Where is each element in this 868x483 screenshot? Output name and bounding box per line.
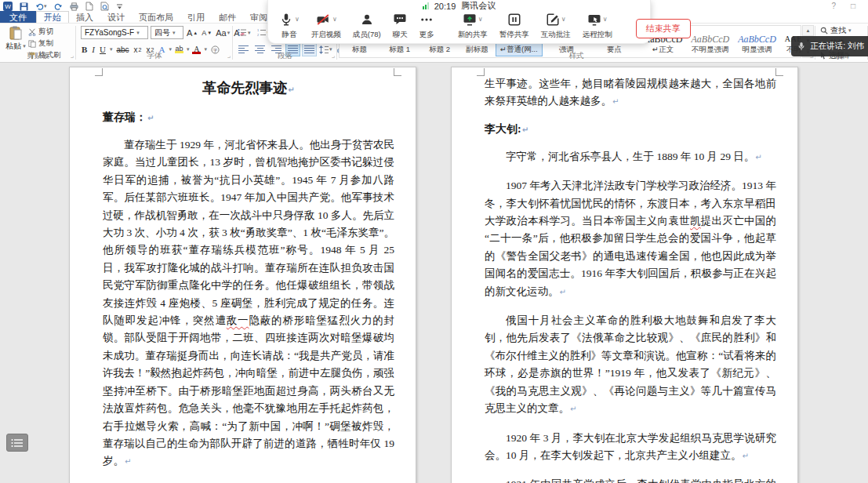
page-2-content[interactable]: 生平事迹。这些年，她目睹着陵园规模越来越大，全国各地前来祭拜英雄的人越来越多。↵… — [485, 75, 776, 483]
copy-button[interactable]: 复制 — [28, 38, 61, 49]
pause-share-button[interactable]: 暂停共享 — [499, 13, 529, 40]
font-group-label: 字体 — [76, 51, 233, 61]
copy-label: 复制 — [38, 38, 53, 49]
word-logo[interactable]: W — [3, 2, 13, 11]
chevron-down-icon[interactable]: ∨ — [332, 16, 337, 23]
meeting-button-label: 开启视频 — [311, 30, 341, 40]
document-area[interactable]: 革命先烈事迹↵董存瑞：↵董存瑞生于 1929 年，河北省怀来县人。他出身于贫苦农… — [0, 61, 868, 483]
tab-layout[interactable]: 页面布局 — [132, 11, 180, 23]
meeting-time: 20:19 — [434, 2, 456, 11]
find-button[interactable]: 查找▾ — [820, 25, 852, 36]
new-share-icon — [463, 13, 477, 30]
members-button[interactable]: 成员(78) — [353, 13, 381, 40]
members-icon — [360, 13, 374, 30]
section-heading: 董存瑞：↵ — [103, 111, 394, 125]
tab-references[interactable]: 引用 — [180, 11, 212, 23]
meeting-button-label: 暂停共享 — [499, 30, 529, 40]
meeting-button-label: 成员(78) — [353, 30, 381, 40]
signal-icon — [423, 2, 429, 9]
font-group: FZYaSongS-F▾ 四号▾ A▲ A▼ Aa▾ A B I U▾ abc … — [76, 24, 233, 62]
tab-insert[interactable]: 插入 — [69, 11, 100, 23]
change-case-button[interactable]: Aa▾ — [215, 28, 231, 38]
font-size-combo[interactable]: 四号▾ — [151, 26, 183, 39]
cut-button[interactable]: 剪切 — [28, 27, 61, 37]
styles-scroll-up-icon[interactable]: ▲ — [803, 26, 813, 36]
font-dialog-launcher[interactable]: ⌐ — [227, 55, 231, 60]
chat-button[interactable]: 聊天 — [393, 13, 408, 40]
clipboard-icon — [9, 26, 22, 40]
document-title: 革命先烈事迹↵ — [103, 78, 394, 100]
section-heading: 李大钊:↵ — [485, 122, 776, 137]
shrink-font-button[interactable]: A▼ — [201, 29, 212, 37]
redo-icon[interactable] — [54, 2, 63, 11]
window-controls[interactable]: ? □ — [832, 2, 862, 10]
font-name-combo[interactable]: FZYaSongS-F▾ — [81, 26, 148, 39]
svg-text:1: 1 — [257, 28, 260, 32]
font-size-value: 四号 — [154, 27, 170, 38]
paragraph: 俄国十月社会主义革命的胜利极大地鼓舞和启发了李大钊，他先后发表了《法俄革命之比较… — [485, 312, 776, 418]
page-1-content[interactable]: 革命先烈事迹↵董存瑞：↵董存瑞生于 1929 年，河北省怀来县人。他出身于贫苦农… — [103, 78, 394, 483]
paragraph-mark: ↵ — [560, 288, 566, 296]
paragraph-mark: ↵ — [125, 457, 131, 466]
microphone-icon — [797, 42, 805, 52]
quick-access-toolbar: W▾ — [3, 1, 123, 12]
meeting-button-label: 更多 — [419, 30, 434, 40]
speaking-indicator-label: 正在讲话: 刘伟 — [810, 41, 864, 52]
qat-customize-icon[interactable] — [116, 2, 123, 11]
chevron-down-icon[interactable]: ∨ — [295, 16, 300, 23]
clipboard-dialog-launcher[interactable]: ⌐ — [71, 55, 74, 60]
more-button[interactable]: 更多 — [419, 13, 434, 40]
meeting-button-label: 新的共享 — [458, 30, 488, 40]
chevron-down-icon[interactable]: ∨ — [561, 16, 566, 23]
copy-icon — [28, 40, 36, 48]
chevron-down-icon[interactable]: ∨ — [478, 16, 483, 23]
text-run: 董存瑞生于 1929 年，河北省怀来县人。他出身于贫苦农民家庭。当过儿童团长，1… — [103, 139, 394, 326]
tab-mailings[interactable]: 邮件 — [212, 11, 243, 23]
print-icon[interactable] — [70, 2, 78, 11]
chevron-down-icon[interactable]: ∨ — [603, 16, 608, 23]
clipboard-group-label: 剪贴板 — [0, 51, 76, 61]
text-run: 提出灭亡中国的“二十一条”后，他积极参加留日学生总会的爱国斗争，他起草的《警告全… — [485, 215, 776, 297]
paragraph: 生平事迹。这些年，她目睹着陵园规模越来越大，全国各地前来祭拜英雄的人越来越多。↵ — [485, 75, 776, 111]
paste-label: 粘贴 — [5, 41, 21, 52]
chat-icon — [393, 13, 407, 30]
bullets-button[interactable]: ▾ — [237, 28, 252, 37]
chevron-down-icon: ▾ — [23, 43, 26, 49]
page-1[interactable]: 革命先烈事迹↵董存瑞：↵董存瑞生于 1929 年，河北省怀来县人。他出身于贫苦农… — [69, 67, 416, 483]
text-run: 隐蔽的桥形暗堡猛烈火力的封锁。部队受阻于开阔地带，二班、四班接连两次对暗堡爆破均… — [103, 314, 394, 467]
scissors-icon — [28, 28, 36, 36]
end-share-button[interactable]: 结束共享 — [636, 19, 691, 38]
tab-home[interactable]: 开始 — [36, 11, 69, 23]
mute-button[interactable]: ∨静音 — [279, 13, 300, 40]
remote-control-button[interactable]: ∨远程控制 — [583, 13, 612, 40]
meeting-button-label: 远程控制 — [583, 30, 612, 40]
new-document-icon[interactable] — [85, 2, 93, 11]
style-preview: AaBbCcD — [738, 34, 776, 45]
floating-list-widget[interactable] — [6, 434, 28, 452]
paragraph-mark: ↵ — [742, 452, 748, 460]
text-run: 俄国十月社会主义革命的胜利极大地鼓舞和启发了李大钊，他先后发表了《法俄革命之比较… — [485, 314, 776, 414]
margin-crop-mark — [477, 68, 485, 76]
tab-file[interactable]: 文件 — [0, 11, 36, 23]
more-icon — [419, 13, 434, 30]
save-icon[interactable] — [20, 2, 28, 11]
svg-text:2: 2 — [257, 33, 260, 37]
microphone-icon — [279, 13, 293, 30]
tab-design[interactable]: 设计 — [100, 11, 132, 23]
meeting-button-label: 静音 — [281, 30, 296, 40]
text-run: 字守常，河北省乐亭县人，生于 1889 年 10 月 29 日。 — [506, 151, 754, 162]
paragraph-dialog-launcher[interactable]: ⌐ — [332, 55, 335, 60]
paragraph: 1907 年考入天津北洋法政专门学校学习政治经济。1913 年冬，李大钊怀着忧国… — [485, 177, 776, 301]
print-preview-icon[interactable] — [100, 2, 109, 11]
page-2[interactable]: 生平事迹。这些年，她目睹着陵园规模越来越大，全国各地前来祭拜英雄的人越来越多。↵… — [451, 67, 798, 483]
annotation-button[interactable]: ∨互动批注 — [541, 13, 571, 40]
start-video-button[interactable]: ∨开启视频 — [311, 13, 341, 40]
find-label: 查找 — [830, 25, 846, 36]
paragraph-mark: ↵ — [147, 114, 154, 122]
margin-crop-mark — [95, 68, 103, 76]
new-share-button[interactable]: ∨新的共享 — [458, 13, 488, 40]
grow-font-button[interactable]: A▲ — [186, 28, 198, 38]
paragraph-group-label: 段落 — [233, 51, 337, 61]
paragraph-mark: ↵ — [570, 405, 576, 413]
undo-icon[interactable]: ▾ — [35, 2, 47, 11]
